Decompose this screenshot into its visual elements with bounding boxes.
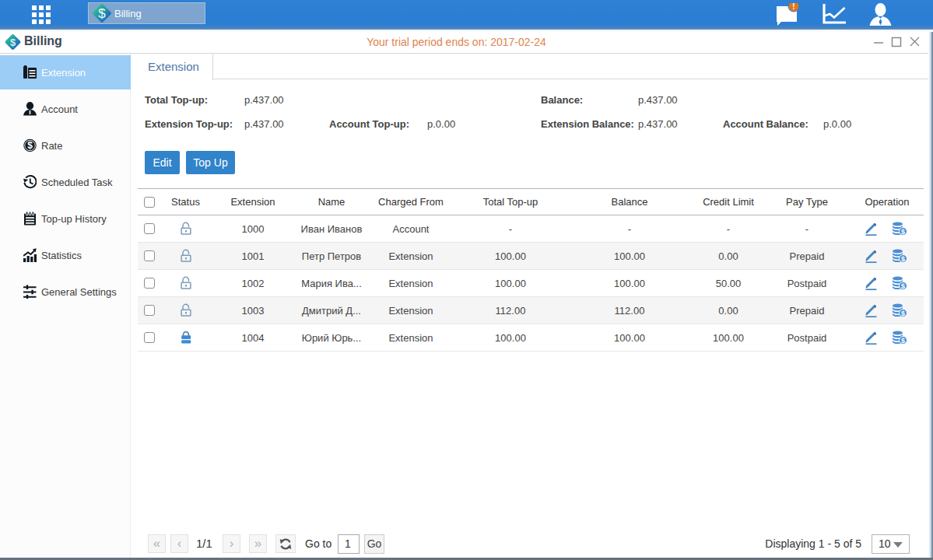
svg-text:!: ! [792, 3, 794, 11]
svg-text:$: $ [901, 337, 905, 345]
svg-text:$: $ [901, 310, 905, 317]
svg-text:$: $ [98, 6, 106, 21]
svg-text:$: $ [901, 255, 905, 263]
svg-text:$: $ [27, 140, 33, 151]
svg-text:$: $ [901, 228, 905, 236]
svg-text:$: $ [901, 282, 905, 290]
